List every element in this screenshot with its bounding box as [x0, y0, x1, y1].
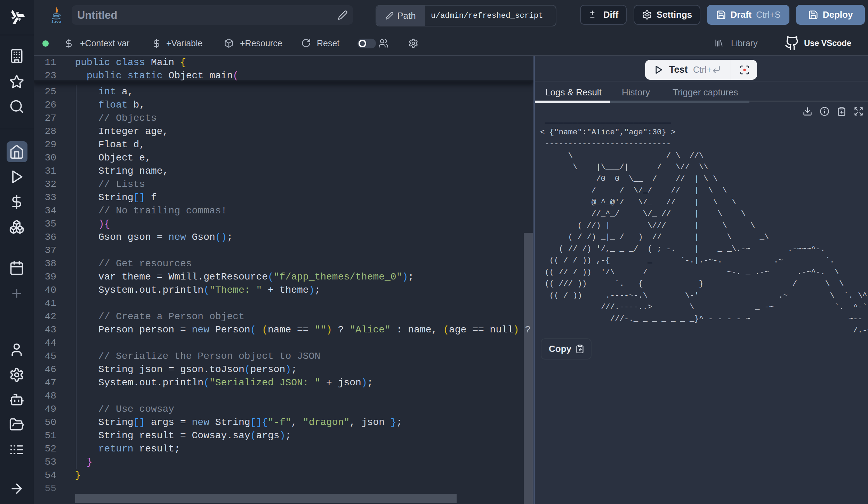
svg-text:Java: Java	[51, 19, 62, 24]
